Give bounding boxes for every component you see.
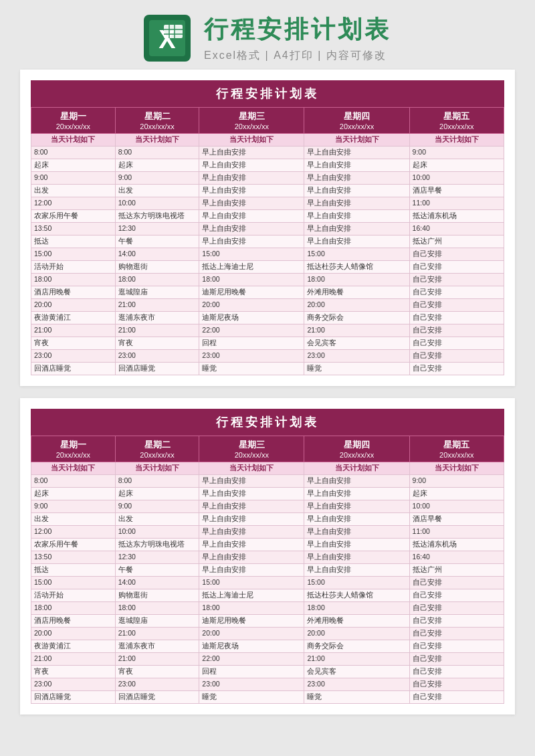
table-row: 21:0021:0022:0021:00自己安排 xyxy=(31,653,504,666)
table-cell: 早上自由安排 xyxy=(304,526,409,539)
table-cell: 10:00 xyxy=(409,172,504,185)
table-cell: 自己安排 xyxy=(409,577,504,589)
table-cell: 18:00 xyxy=(31,274,116,286)
excel-icon: X xyxy=(144,15,191,62)
table-cell: 20:00 xyxy=(199,628,304,640)
table-row: 起床起床早上自由安排早上自由安排起床 xyxy=(31,159,504,172)
table-cell: 21:00 xyxy=(31,324,116,337)
table-cell: 宵夜 xyxy=(115,666,199,678)
table-cell: 抵达东方明珠电视塔 xyxy=(115,210,199,223)
table-cell: 21:00 xyxy=(31,653,116,666)
table-cell: 9:00 xyxy=(115,500,199,513)
table-cell: 自己安排 xyxy=(409,261,504,274)
table-cell: 10:00 xyxy=(115,197,199,210)
table-row: 12:0010:00早上自由安排早上自由安排11:00 xyxy=(31,197,504,210)
table-cell: 自己安排 xyxy=(409,589,504,602)
header-row-1: 星期一 20xx/xx/xx 星期二 20xx/xx/xx 星期三 20xx/x… xyxy=(31,108,504,134)
table-row: 15:0014:0015:0015:00自己安排 xyxy=(31,577,504,589)
table-cell: 18:00 xyxy=(115,602,199,615)
th-day4: 星期四 20xx/xx/xx xyxy=(304,108,409,134)
table-cell: 回酒店睡觉 xyxy=(31,691,116,704)
table-cell: 21:00 xyxy=(115,324,199,337)
table-cell: 13:50 xyxy=(31,551,116,564)
table-cell: 会见宾客 xyxy=(304,337,409,350)
table-cell: 8:00 xyxy=(31,147,116,159)
table-cell: 12:00 xyxy=(31,197,116,210)
table-cell: 早上自由安排 xyxy=(199,488,304,500)
table-cell: 购物逛街 xyxy=(115,589,199,602)
table-cell: 早上自由安排 xyxy=(199,235,304,248)
table-cell: 早上自由安排 xyxy=(199,210,304,223)
table-row: 出发出发早上自由安排早上自由安排酒店早餐 xyxy=(31,185,504,197)
table-cell: 早上自由安排 xyxy=(199,513,304,526)
schedule-table-2: 行程安排计划表 星期一 20xx/xx/xx 星期二 20xx/xx/xx 星期… xyxy=(20,398,515,715)
table-cell: 22:00 xyxy=(199,324,304,337)
table-cell: 16:40 xyxy=(409,551,504,564)
table-cell: 酒店早餐 xyxy=(409,185,504,197)
table-cell: 早上自由安排 xyxy=(199,500,304,513)
table-cell: 11:00 xyxy=(409,197,504,210)
table-cell: 早上自由安排 xyxy=(304,551,409,564)
table-row: 13:5012:30早上自由安排早上自由安排16:40 xyxy=(31,551,504,564)
table-cell: 酒店用晚餐 xyxy=(31,286,116,299)
table-cell: 10:00 xyxy=(115,526,199,539)
table-cell: 酒店用晚餐 xyxy=(31,615,116,628)
table1-title: 行程安排计划表 xyxy=(31,80,504,107)
table-cell: 外滩用晚餐 xyxy=(304,286,409,299)
table-cell: 18:00 xyxy=(304,602,409,615)
svg-rect-3 xyxy=(164,25,183,38)
table-cell: 早上自由安排 xyxy=(304,172,409,185)
table-cell: 自己安排 xyxy=(409,286,504,299)
table-cell: 睡觉 xyxy=(199,691,304,704)
table-cell: 农家乐用午餐 xyxy=(31,210,116,223)
table-cell: 23:00 xyxy=(31,350,116,363)
table-cell: 8:00 xyxy=(31,475,116,488)
table-cell: 21:00 xyxy=(115,299,199,312)
table-cell: 早上自由安排 xyxy=(304,513,409,526)
th2-day5: 星期五 20xx/xx/xx xyxy=(409,436,504,462)
table-cell: 逛城隍庙 xyxy=(115,615,199,628)
table-cell: 20:00 xyxy=(304,299,409,312)
table-cell: 起床 xyxy=(31,488,116,500)
table-row: 宵夜宵夜回程会见宾客自己安排 xyxy=(31,337,504,350)
table-row: 8:008:00早上自由安排早上自由安排9:00 xyxy=(31,147,504,159)
table-cell: 15:00 xyxy=(304,248,409,261)
table-row: 15:0014:0015:0015:00自己安排 xyxy=(31,248,504,261)
table-cell: 18:00 xyxy=(304,274,409,286)
table-cell: 21:00 xyxy=(304,324,409,337)
th-day3: 星期三 20xx/xx/xx xyxy=(199,108,304,134)
table-row: 酒店用晚餐逛城隍庙迪斯尼用晚餐外滩用晚餐自己安排 xyxy=(31,615,504,628)
table-cell: 宵夜 xyxy=(31,337,116,350)
table-cell: 逛城隍庙 xyxy=(115,286,199,299)
table-cell: 宵夜 xyxy=(31,666,116,678)
table-cell: 自己安排 xyxy=(409,274,504,286)
table-row: 8:008:00早上自由安排早上自由安排9:00 xyxy=(31,475,504,488)
table-cell: 抵达杜莎夫人蜡像馆 xyxy=(304,589,409,602)
table-cell: 15:00 xyxy=(31,577,116,589)
table-row: 夜游黄浦江逛浦东夜市迪斯尼夜场商务交际会自己安排 xyxy=(31,312,504,324)
table-row: 18:0018:0018:0018:00自己安排 xyxy=(31,274,504,286)
table-cell: 14:00 xyxy=(115,577,199,589)
table-cell: 15:00 xyxy=(199,577,304,589)
table-cell: 早上自由安排 xyxy=(304,475,409,488)
table-cell: 抵达杜莎夫人蜡像馆 xyxy=(304,261,409,274)
table-cell: 睡觉 xyxy=(304,691,409,704)
table-cell: 抵达广州 xyxy=(409,235,504,248)
table-cell: 商务交际会 xyxy=(304,312,409,324)
table-cell: 抵达广州 xyxy=(409,564,504,577)
table-cell: 早上自由安排 xyxy=(199,223,304,235)
table-row: 12:0010:00早上自由安排早上自由安排11:00 xyxy=(31,526,504,539)
table-cell: 早上自由安排 xyxy=(199,526,304,539)
table-cell: 宵夜 xyxy=(115,337,199,350)
table-row: 回酒店睡觉回酒店睡觉睡觉睡觉自己安排 xyxy=(31,691,504,704)
th2-day4: 星期四 20xx/xx/xx xyxy=(304,436,409,462)
table2: 星期一 20xx/xx/xx 星期二 20xx/xx/xx 星期三 20xx/x… xyxy=(31,436,504,704)
table-cell: 早上自由安排 xyxy=(199,159,304,172)
table1-body: 当天计划如下 当天计划如下 当天计划如下 当天计划如下 当天计划如下 8:008… xyxy=(31,134,504,375)
table-row: 20:0021:0020:0020:00自己安排 xyxy=(31,628,504,640)
table-cell: 23:00 xyxy=(304,678,409,691)
table1: 星期一 20xx/xx/xx 星期二 20xx/xx/xx 星期三 20xx/x… xyxy=(31,107,504,375)
table-cell: 自己安排 xyxy=(409,337,504,350)
table-cell: 自己安排 xyxy=(409,678,504,691)
table-row: 9:009:00早上自由安排早上自由安排10:00 xyxy=(31,500,504,513)
